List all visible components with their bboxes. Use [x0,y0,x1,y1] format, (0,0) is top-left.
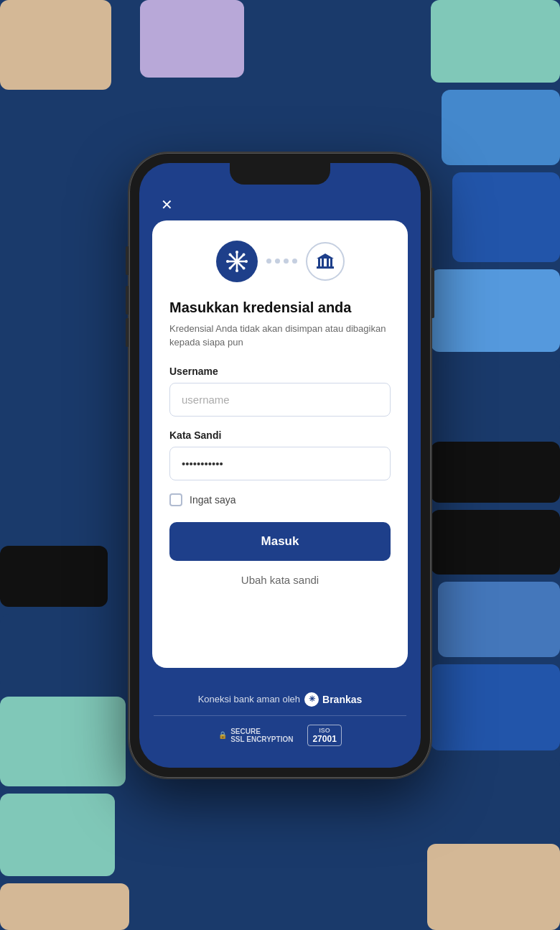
bg-tile [438,582,560,657]
brankas-snowflake-icon: ✳ [304,692,319,707]
bg-tile [431,664,560,750]
footer: Koneksi bank aman oleh ✳ Brankas 🔒 SECUR… [139,681,421,768]
bg-tile [431,442,560,503]
svg-point-9 [242,253,245,256]
phone-notch [230,163,330,185]
svg-rect-16 [330,259,332,266]
svg-rect-14 [322,259,324,266]
footer-powered-text: Koneksi bank aman oleh ✳ Brankas [198,692,363,707]
bg-tile [0,546,108,607]
bg-tile [0,0,111,90]
card-title: Masukkan kredensial anda [169,299,391,316]
phone-wrapper: ✕ [129,153,431,778]
bg-tile [431,269,560,352]
dot-4 [292,259,297,264]
svg-point-10 [228,266,231,269]
card-subtitle: Kredensial Anda tidak akan disimpan atau… [169,322,391,350]
svg-point-7 [245,260,248,263]
username-input[interactable] [169,383,391,417]
password-input[interactable] [169,447,391,480]
change-password-link[interactable]: Ubah kata sandi [169,574,391,586]
iso-badge: ISO 27001 [307,725,341,746]
close-button[interactable]: ✕ [155,193,178,216]
bg-tile [445,359,560,434]
svg-point-5 [235,269,238,272]
remember-label: Ingat saya [190,494,236,506]
svg-point-11 [242,266,245,269]
lock-icon: 🔒 [218,731,227,739]
logo-row [169,241,391,282]
svg-rect-17 [317,266,334,269]
bg-tile [442,90,560,165]
bg-tile [0,883,129,930]
bg-tile [445,758,560,837]
bank-icon [306,242,345,281]
svg-rect-15 [327,259,329,266]
dot-1 [266,259,271,264]
password-label: Kata Sandi [169,429,391,441]
phone-frame: ✕ [129,153,431,778]
svg-point-8 [228,253,231,256]
footer-badges: 🔒 SECURE SSL ENCRYPTION ISO 27001 [218,725,342,746]
bg-tile [427,844,560,930]
connector-dots [266,259,297,264]
remember-row: Ingat saya [169,493,391,506]
bg-tile [0,697,126,786]
bg-tile [0,614,101,689]
brankas-logo-icon [216,241,258,282]
footer-divider [154,715,406,716]
bg-tile [452,172,560,262]
svg-rect-13 [318,259,320,266]
brankas-brand: ✳ Brankas [304,692,362,707]
bg-tile [431,510,560,575]
bg-tile [431,0,560,83]
dot-3 [284,259,289,264]
bg-tile [0,794,115,876]
bg-tile [140,0,244,78]
svg-marker-12 [317,254,334,259]
username-label: Username [169,366,391,377]
remember-checkbox[interactable] [169,493,182,506]
svg-point-4 [235,251,238,254]
phone-screen: ✕ [139,163,421,768]
secure-badge: 🔒 SECURE SSL ENCRYPTION [218,727,293,743]
dot-2 [275,259,280,264]
svg-point-6 [226,260,229,263]
login-card: Masukkan kredensial anda Kredensial Anda… [152,220,408,668]
login-button[interactable]: Masuk [169,522,391,561]
